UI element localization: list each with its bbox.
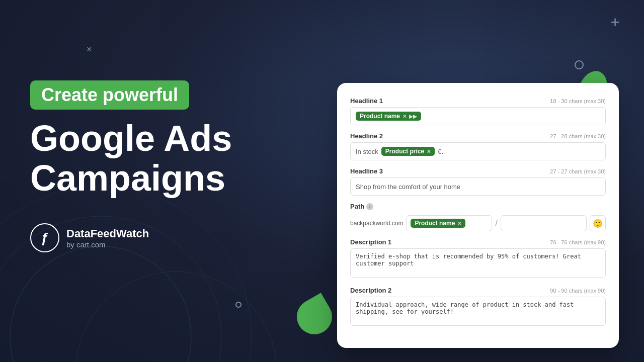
description1-label: Description 1 — [350, 238, 391, 246]
description2-textarea[interactable] — [350, 297, 606, 326]
path-domain: backpackworld.com — [350, 220, 403, 227]
description2-char-count: 90 - 90 chars (max 90) — [550, 288, 606, 294]
headline1-row: Headline 1 18 - 30 chars (max 30) Produc… — [350, 97, 606, 125]
path-tag-label: Product name — [415, 220, 455, 227]
brand-area: ƒ DataFeedWatch by cart.com — [30, 223, 297, 252]
close-icon[interactable]: × — [87, 44, 92, 55]
circle-decoration-bottom — [235, 302, 242, 308]
headline1-tag-close[interactable]: ✕ — [403, 114, 407, 119]
headline3-char-count: 27 - 27 chars (max 30) — [550, 168, 606, 174]
headline1-label: Headline 1 — [350, 97, 383, 105]
path-input-2[interactable] — [501, 215, 587, 231]
headline2-row: Headline 2 27 - 28 chars (max 30) In sto… — [350, 132, 606, 160]
svg-point-0 — [10, 246, 191, 362]
headline1-tag-arrow: ▶▶ — [409, 114, 417, 119]
path-tag-close[interactable]: ✕ — [457, 221, 461, 226]
path-slash: / — [495, 219, 497, 228]
path-input-1[interactable]: Product name ✕ — [406, 215, 492, 231]
main-title: Google Ads Campaigns — [30, 119, 297, 198]
brand-name: DataFeedWatch — [66, 227, 149, 240]
emoji-button[interactable]: 🙂 — [590, 215, 606, 231]
headline3-label: Headline 3 — [350, 167, 383, 175]
description2-row: Description 2 90 - 90 chars (max 90) — [350, 287, 606, 328]
description1-char-count: 76 - 76 chars (max 90) — [550, 239, 606, 245]
headline3-row: Headline 3 27 - 27 chars (max 30) Shop f… — [350, 167, 606, 196]
brand-sub: by cart.com — [66, 240, 149, 249]
headline1-tag[interactable]: Product name ✕ ▶▶ — [356, 112, 421, 121]
headline2-prefix: In stock — [356, 148, 378, 155]
path-label: Path i — [350, 203, 373, 210]
headline1-input[interactable]: Product name ✕ ▶▶ — [350, 107, 606, 125]
headline1-tag-label: Product name — [360, 113, 400, 120]
headline3-text: Shop from the comfort of your home — [356, 183, 460, 191]
headline2-tag-label: Product price — [385, 148, 424, 155]
circle-decoration-top — [575, 60, 584, 69]
headline2-input[interactable]: In stock Product price ✕ €. — [350, 142, 606, 160]
path-row: Path i backpackworld.com Product name ✕ … — [350, 203, 606, 231]
left-panel: Create powerful Google Ads Campaigns ƒ D… — [30, 80, 297, 252]
description1-textarea[interactable] — [350, 248, 606, 278]
plus-icon-top-right: + — [610, 14, 620, 30]
headline3-input[interactable]: Shop from the comfort of your home — [350, 177, 606, 196]
headline-badge: Create powerful — [30, 80, 189, 110]
svg-point-3 — [75, 272, 277, 362]
brand-text: DataFeedWatch by cart.com — [66, 227, 149, 249]
brand-logo: ƒ — [30, 223, 59, 252]
path-info-icon: i — [366, 203, 373, 210]
form-card: Headline 1 18 - 30 chars (max 30) Produc… — [337, 83, 619, 348]
path-tag[interactable]: Product name ✕ — [411, 219, 465, 228]
path-inputs: backpackworld.com Product name ✕ / 🙂 — [350, 215, 606, 231]
headline2-tag[interactable]: Product price ✕ — [381, 147, 435, 156]
description2-label: Description 2 — [350, 287, 391, 294]
headline2-tag-close[interactable]: ✕ — [427, 149, 431, 154]
headline2-label: Headline 2 — [350, 132, 383, 140]
headline1-char-count: 18 - 30 chars (max 30) — [550, 98, 606, 104]
description1-row: Description 1 76 - 76 chars (max 90) — [350, 238, 606, 280]
headline2-char-count: 27 - 28 chars (max 30) — [550, 133, 606, 139]
headline2-suffix: €. — [438, 148, 443, 155]
